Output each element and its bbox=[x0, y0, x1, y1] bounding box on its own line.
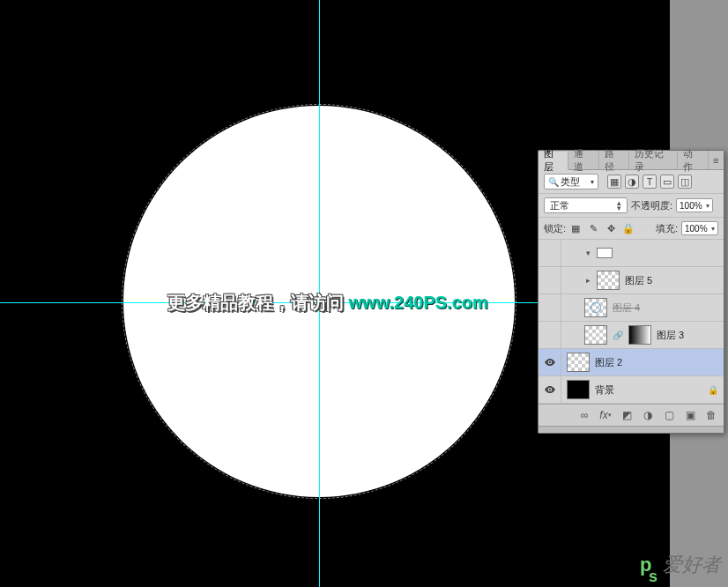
visibility-toggle[interactable] bbox=[539, 322, 561, 348]
opacity-input[interactable]: 100% ▾ bbox=[676, 198, 713, 212]
eye-icon bbox=[544, 356, 556, 368]
lock-row: 锁定: ▦ ✎ ✥ 🔒 填充: 100% ▾ bbox=[539, 218, 724, 240]
layer-thumbnail bbox=[597, 248, 613, 258]
fill-input[interactable]: 100% ▾ bbox=[681, 221, 718, 235]
blend-row: 正常 ▴▾ 不透明度: 100% ▾ bbox=[539, 194, 724, 218]
fill-label: 填充: bbox=[656, 222, 678, 235]
lock-paint-icon[interactable]: ✎ bbox=[587, 222, 599, 234]
lock-all-icon[interactable]: 🔒 bbox=[622, 222, 635, 234]
lock-position-icon[interactable]: ✥ bbox=[605, 222, 617, 234]
tab-history[interactable]: 历史记录 bbox=[629, 151, 679, 169]
layer-thumbnail bbox=[597, 271, 620, 290]
filter-adjust-icon[interactable]: ◑ bbox=[625, 175, 639, 189]
site-watermark: ps 爱好者 bbox=[640, 552, 721, 583]
layer-name[interactable]: 背景 bbox=[595, 383, 614, 397]
layer-name[interactable]: 图层 3 bbox=[657, 329, 684, 342]
lock-icons: ▦ ✎ ✥ 🔒 bbox=[569, 222, 635, 234]
link-layers-icon[interactable]: ∞ bbox=[577, 408, 591, 422]
layer-name[interactable]: 图层 2 bbox=[595, 356, 622, 369]
tab-layers[interactable]: 图层 bbox=[539, 152, 568, 170]
lock-label: 锁定: bbox=[544, 222, 566, 235]
visibility-toggle[interactable] bbox=[539, 294, 561, 321]
layers-list: ▾ ▸ 图层 5 图层 4 🔗 图层 bbox=[539, 240, 724, 404]
opacity-label: 不透明度: bbox=[631, 199, 672, 212]
layer-name[interactable]: 图层 5 bbox=[625, 274, 652, 287]
layer-mask-thumbnail bbox=[628, 325, 651, 345]
layer-name[interactable]: 图层 4 bbox=[613, 301, 640, 315]
watermark-ps-logo: ps bbox=[640, 557, 657, 583]
panel-menu-icon[interactable]: ≡ bbox=[709, 151, 724, 169]
layers-panel[interactable]: 图层 通道 路径 历史记录 动作 ≡ 🔍 类型 ▾ ▦ ◑ T ▭ ◫ 正常 ▴… bbox=[538, 150, 724, 434]
visibility-toggle[interactable] bbox=[539, 376, 561, 403]
watermark-text: 爱好者 bbox=[663, 552, 721, 578]
layer-thumbnail bbox=[584, 298, 607, 317]
panel-tabs: 图层 通道 路径 历史记录 动作 ≡ bbox=[539, 151, 724, 170]
lock-icon: 🔒 bbox=[708, 385, 718, 395]
blend-mode-value: 正常 bbox=[550, 199, 569, 212]
delete-layer-icon[interactable]: 🗑 bbox=[704, 408, 718, 422]
layer-mask-icon[interactable]: ◩ bbox=[620, 408, 634, 422]
tab-actions[interactable]: 动作 bbox=[678, 151, 708, 169]
filter-icons: ▦ ◑ T ▭ ◫ bbox=[607, 175, 692, 189]
panel-resize-bar[interactable] bbox=[539, 426, 724, 433]
eye-icon bbox=[544, 383, 556, 396]
layer-thumbnail bbox=[567, 380, 590, 399]
filter-kind-select[interactable]: 🔍 类型 ▾ bbox=[544, 174, 598, 189]
chevron-down-icon[interactable]: ▾ bbox=[584, 249, 591, 257]
layer-row[interactable]: ▾ bbox=[539, 240, 724, 267]
visibility-toggle[interactable] bbox=[539, 349, 561, 375]
chevron-down-icon: ▾ bbox=[706, 202, 709, 210]
chevron-down-icon: ▾ bbox=[711, 225, 715, 233]
chevron-right-icon[interactable]: ▸ bbox=[584, 276, 591, 285]
filter-smart-icon[interactable]: ◫ bbox=[678, 175, 692, 189]
layer-row[interactable]: 图层 2 bbox=[539, 349, 724, 376]
overlay-url-text: www.240PS.com bbox=[349, 293, 488, 312]
tutorial-watermark-text: 更多精品教程，请访问 www.240PS.com bbox=[167, 291, 488, 315]
fill-value: 100% bbox=[685, 224, 708, 234]
overlay-main-text: 更多精品教程，请访问 bbox=[167, 293, 349, 312]
layer-row-background[interactable]: 背景 🔒 bbox=[539, 376, 724, 404]
filter-kind-label: 类型 bbox=[561, 175, 580, 189]
filter-type-icon[interactable]: T bbox=[643, 175, 657, 189]
layer-fx-icon[interactable]: fx▾ bbox=[598, 408, 613, 422]
tab-channels[interactable]: 通道 bbox=[568, 151, 598, 169]
filter-pixel-icon[interactable]: ▦ bbox=[607, 175, 621, 189]
layer-thumbnail bbox=[584, 325, 607, 345]
visibility-toggle[interactable] bbox=[539, 267, 561, 294]
opacity-value: 100% bbox=[680, 201, 702, 211]
new-layer-icon[interactable]: ▣ bbox=[683, 408, 697, 422]
blend-mode-select[interactable]: 正常 ▴▾ bbox=[544, 197, 628, 213]
tab-paths[interactable]: 路径 bbox=[599, 151, 629, 169]
layer-row[interactable]: 图层 4 bbox=[539, 294, 724, 322]
layer-row[interactable]: ▸ 图层 5 bbox=[539, 267, 724, 294]
layer-row[interactable]: 🔗 图层 3 bbox=[539, 322, 724, 349]
filter-shape-icon[interactable]: ▭ bbox=[660, 175, 674, 189]
lock-transparent-icon[interactable]: ▦ bbox=[569, 222, 582, 234]
link-icon: 🔗 bbox=[613, 331, 623, 340]
visibility-toggle[interactable] bbox=[539, 240, 561, 266]
layer-thumbnail bbox=[567, 353, 590, 372]
chevron-updown-icon: ▾ bbox=[591, 178, 594, 186]
panel-footer: ∞ fx▾ ◩ ◑ ▢ ▣ 🗑 bbox=[539, 404, 724, 426]
chevron-updown-icon: ▴▾ bbox=[617, 200, 621, 211]
layer-filter-row: 🔍 类型 ▾ ▦ ◑ T ▭ ◫ bbox=[539, 170, 724, 194]
search-icon: 🔍 bbox=[548, 177, 559, 187]
group-icon[interactable]: ▢ bbox=[662, 408, 676, 422]
adjustment-layer-icon[interactable]: ◑ bbox=[641, 408, 655, 422]
